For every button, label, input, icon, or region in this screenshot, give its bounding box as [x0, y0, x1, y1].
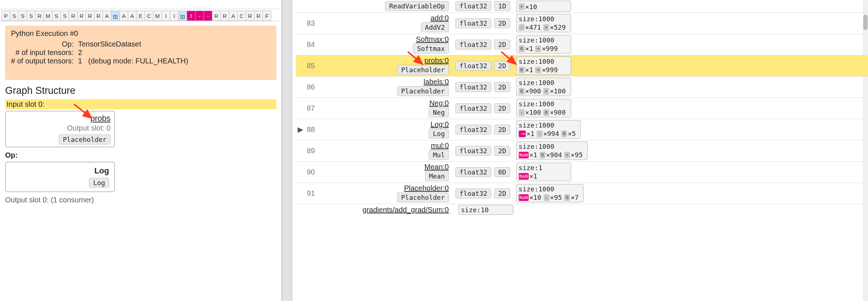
tensor-summary-box[interactable]: +×10	[516, 1, 571, 12]
timeline-cell[interactable]: E	[136, 11, 145, 21]
timeline-cell[interactable]: R	[254, 11, 263, 21]
log-op-chip[interactable]: Log	[89, 178, 109, 188]
op-type-chip[interactable]: Log	[429, 129, 449, 139]
op-type-chip[interactable]: AddV2	[421, 22, 449, 32]
timeline-cell[interactable]: C	[237, 11, 246, 21]
scrollbar-thumb[interactable]	[863, 15, 868, 30]
rank-chip[interactable]: 2D	[494, 125, 510, 135]
placeholder-op-chip[interactable]: Placeholder	[59, 135, 111, 144]
timeline-cell[interactable]: A	[128, 11, 137, 21]
op-type-chip[interactable]: Softmax	[413, 44, 449, 54]
tensor-row[interactable]: 87Neg:0Negfloat322Dsize:1000-×1000×900	[296, 98, 868, 119]
tensor-summary-box[interactable]: size:10000×1+×999	[516, 56, 571, 75]
tensor-row[interactable]: 85probs:0Placeholderfloat322Dsize:10000×…	[296, 55, 868, 77]
tensor-name-link[interactable]: Placeholder:0	[328, 184, 449, 192]
tensor-summary-box[interactable]: size:10	[458, 205, 513, 215]
timeline-cell[interactable]: R	[35, 11, 44, 21]
dtype-chip[interactable]: float32	[455, 188, 491, 198]
rank-chip[interactable]: 2D	[494, 103, 510, 113]
op-type-chip[interactable]: ReadVariableOp	[385, 1, 449, 11]
timeline-cell[interactable]: A	[103, 11, 111, 21]
rank-chip[interactable]: 2D	[494, 61, 510, 71]
tensor-summary-box[interactable]: size:1NaN×1	[516, 163, 571, 181]
tensor-name-link[interactable]: gradients/add_grad/Sum:0	[328, 206, 449, 214]
op-type-chip[interactable]: Neg	[429, 107, 449, 117]
tensor-name-link[interactable]: probs:0	[328, 56, 449, 65]
scrollbar-track[interactable]	[863, 0, 868, 301]
op-type-chip[interactable]: Mean	[425, 171, 449, 181]
tensor-name-link[interactable]: Softmax:0	[328, 35, 449, 44]
timeline-cell[interactable]: R	[212, 11, 221, 21]
timeline-cell[interactable]: S	[18, 11, 27, 21]
timeline-cell[interactable]: F	[262, 11, 271, 21]
tensor-summary-box[interactable]: size:1000-∞×1-×9940×5	[516, 120, 581, 139]
dtype-chip[interactable]: float32	[455, 167, 491, 177]
timeline-cell[interactable]: S	[60, 11, 69, 21]
timeline-cell[interactable]: S	[52, 11, 61, 21]
dtype-chip[interactable]: float32	[455, 18, 491, 28]
dtype-chip[interactable]: float32	[455, 82, 491, 92]
dtype-chip[interactable]: float32	[455, 61, 491, 71]
tensor-summary-box[interactable]: size:1000-×1000×900	[516, 99, 571, 118]
probs-tensor-link[interactable]: probs	[10, 114, 111, 123]
timeline-cell[interactable]: R	[220, 11, 229, 21]
dtype-chip[interactable]: float32	[455, 146, 491, 156]
tensor-name-link[interactable]: add:0	[328, 14, 449, 22]
timeline-cell[interactable]: S	[10, 11, 19, 21]
rank-chip[interactable]: 1D	[494, 1, 510, 11]
tensor-row[interactable]: 90Mean:0Meanfloat320Dsize:1NaN×1	[296, 162, 868, 183]
tensor-summary-box[interactable]: size:10000×900+×100	[516, 78, 571, 96]
tensor-summary-box[interactable]: size:1000NaN×10×904+×95	[516, 142, 588, 160]
op-type-chip[interactable]: Mul	[429, 150, 449, 160]
timeline-cell[interactable]: R	[77, 11, 86, 21]
tensor-row[interactable]: gradients/add_grad/Sum:0size:10	[296, 204, 868, 216]
expand-toggle-icon[interactable]: ▶	[296, 125, 305, 134]
rank-chip[interactable]: 2D	[494, 146, 510, 156]
tensor-row[interactable]: 86labels:0Placeholderfloat322Dsize:10000…	[296, 77, 868, 98]
tensor-name-link[interactable]: Mean:0	[328, 163, 449, 171]
op-type-chip[interactable]: Placeholder	[397, 65, 449, 75]
rank-chip[interactable]: 2D	[494, 40, 510, 49]
timeline-cell[interactable]: m	[111, 11, 120, 21]
dtype-chip[interactable]: float32	[455, 103, 491, 113]
op-box[interactable]: Log Log	[5, 162, 115, 192]
tensor-name-link[interactable]: Neg:0	[328, 99, 449, 107]
tensor-row[interactable]: 83add:0AddV2float322Dsize:1000-×471+×529	[296, 13, 868, 34]
tensor-row[interactable]: 84Softmax:0Softmaxfloat322Dsize:10000×1+…	[296, 34, 868, 55]
timeline-cell[interactable]: R	[94, 11, 103, 21]
rank-chip[interactable]: 0D	[494, 167, 510, 177]
timeline-cell[interactable]: R	[246, 11, 254, 21]
tensor-row[interactable]: ReadVariableOpfloat321D+×10	[296, 0, 868, 13]
tensor-row[interactable]: ▶88Log:0Logfloat322Dsize:1000-∞×1-×9940×…	[296, 119, 868, 140]
timeline-cell[interactable]: R	[86, 11, 94, 21]
timeline-cell[interactable]: A	[229, 11, 238, 21]
timeline-cell[interactable]: A	[119, 11, 128, 21]
timeline-cell[interactable]: -	[195, 11, 204, 21]
input-slot-box[interactable]: probs Output slot: 0 Placeholder	[5, 111, 115, 147]
dtype-chip[interactable]: float32	[455, 1, 491, 11]
timeline-cell[interactable]: R	[69, 11, 78, 21]
op-type-chip[interactable]: Placeholder	[397, 192, 449, 202]
rank-chip[interactable]: 2D	[494, 18, 510, 28]
timeline-cell[interactable]: S	[27, 11, 36, 21]
rank-chip[interactable]: 2D	[494, 188, 510, 198]
timeline-cell[interactable]: M	[44, 11, 52, 21]
timeline-cell[interactable]: -	[204, 11, 212, 21]
tensor-name-link[interactable]: mul:0	[328, 142, 449, 150]
timeline-cell[interactable]: M	[153, 11, 162, 21]
timeline-cell[interactable]: P	[1, 11, 10, 21]
timeline-cell[interactable]: I	[161, 11, 170, 21]
dtype-chip[interactable]: float32	[455, 40, 491, 49]
timeline-cell[interactable]: I	[170, 11, 179, 21]
tensor-summary-box[interactable]: size:1000-×471+×529	[516, 14, 571, 33]
rank-chip[interactable]: 2D	[494, 82, 510, 92]
tensor-row[interactable]: 89mul:0Mulfloat322Dsize:1000NaN×10×904+×…	[296, 140, 868, 162]
tensor-name-link[interactable]: labels:0	[328, 78, 449, 86]
tensor-row[interactable]: 91Placeholder:0Placeholderfloat322Dsize:…	[296, 183, 868, 204]
tensor-name-link[interactable]: Log:0	[328, 120, 449, 129]
dtype-chip[interactable]: float32	[455, 125, 491, 135]
timeline-cell[interactable]: m	[178, 11, 187, 21]
op-type-chip[interactable]: Placeholder	[397, 86, 449, 96]
timeline-cell[interactable]: C	[145, 11, 153, 21]
timeline-cell[interactable]: !	[187, 11, 195, 21]
